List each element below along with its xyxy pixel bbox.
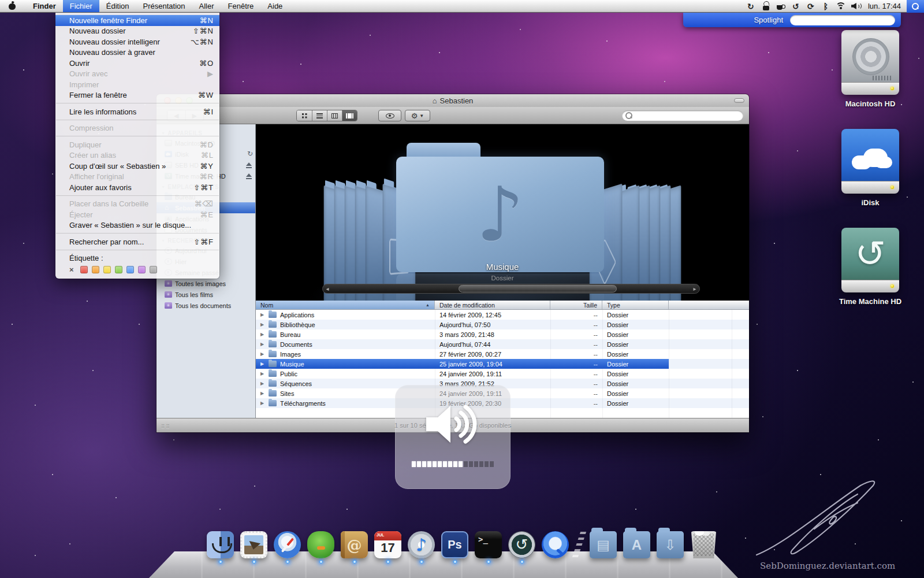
dock-app[interactable]: [408, 531, 435, 558]
sidebar-accessory-icon[interactable]: [245, 205, 253, 212]
desktop-drive-icon[interactable]: Time Machine HD: [839, 228, 901, 306]
dock-app-icon[interactable]: [508, 531, 535, 558]
menu-item[interactable]: Lire les informations ⌘I: [55, 106, 219, 117]
sidebar-accessory-icon[interactable]: [245, 140, 253, 147]
label-color-swatch[interactable]: [80, 266, 88, 273]
coverflow-view-icon[interactable]: [342, 110, 357, 121]
menubar-menu[interactable]: Présentation: [136, 0, 192, 12]
action-gear-icon[interactable]: ⚙▼: [405, 110, 430, 121]
file-row[interactable]: ▶ Musique 25 janvier 2009, 19:04 -- Doss…: [256, 359, 669, 369]
disclosure-triangle-icon[interactable]: ▶: [259, 322, 265, 327]
label-color-swatch[interactable]: [103, 266, 111, 273]
label-none-button[interactable]: ×: [69, 265, 76, 274]
sidebar-item[interactable]: Tous les documents: [157, 300, 255, 311]
dock-app[interactable]: [207, 531, 234, 558]
dock-app-icon[interactable]: [475, 531, 502, 558]
sidebar-accessory-icon[interactable]: [245, 194, 253, 201]
file-row[interactable]: ▶ Public 24 janvier 2009, 19:11 -- Dossi…: [256, 369, 669, 379]
icon-view-icon[interactable]: [297, 110, 312, 121]
dock-app-icon[interactable]: [274, 531, 301, 558]
menubar-clock[interactable]: lun. 17:44: [868, 2, 901, 10]
menubar-menu[interactable]: Fenêtre: [221, 0, 261, 12]
dock-app[interactable]: [240, 531, 267, 558]
disclosure-triangle-icon[interactable]: ▶: [259, 332, 265, 337]
sidebar-accessory-icon[interactable]: [245, 302, 253, 309]
spotlight-input[interactable]: [790, 15, 895, 25]
label-color-swatch[interactable]: [138, 266, 146, 273]
disclosure-triangle-icon[interactable]: ▶: [259, 312, 265, 317]
menubar-menu[interactable]: Édition: [99, 0, 136, 12]
menubar-menu[interactable]: Finder: [26, 0, 63, 12]
dock-app[interactable]: [623, 531, 650, 558]
sidebar-accessory-icon[interactable]: [245, 258, 253, 265]
menu-item[interactable]: Fermer la fenêtre ⌘W: [55, 90, 219, 101]
dock-app[interactable]: [590, 531, 617, 558]
pane-resize-grip[interactable]: ≡: [497, 298, 501, 301]
coffee-icon[interactable]: [775, 1, 787, 11]
sidebar-accessory-icon[interactable]: [245, 291, 253, 298]
sync-icon[interactable]: [805, 1, 817, 11]
menubar-menu[interactable]: Fichier: [63, 0, 99, 12]
sidebar-accessory-icon[interactable]: [245, 247, 253, 254]
sidebar-accessory-icon[interactable]: [245, 162, 253, 169]
label-color-swatch[interactable]: [115, 266, 122, 273]
time-machine-icon[interactable]: [790, 1, 802, 11]
dock-app-icon[interactable]: [408, 531, 435, 558]
label-color-swatch[interactable]: [150, 266, 157, 273]
menubar-menu[interactable]: Aller: [192, 0, 221, 12]
column-header-date[interactable]: Date de modification: [435, 301, 550, 309]
dock-app[interactable]: [690, 531, 717, 558]
window-search-field[interactable]: [622, 110, 743, 121]
sidebar-accessory-icon[interactable]: [245, 216, 253, 223]
menu-item[interactable]: Nouveau dossier intelligenr ⌥⌘N: [55, 36, 219, 47]
spotlight-menu-icon[interactable]: [907, 0, 924, 13]
dock-app-icon[interactable]: [441, 531, 468, 558]
quicklook-eye-icon[interactable]: [378, 110, 401, 121]
sidebar-accessory-icon[interactable]: [245, 269, 253, 276]
file-row[interactable]: ▶ Images 27 février 2009, 00:27 -- Dossi…: [256, 349, 669, 359]
dock-app[interactable]: [657, 531, 684, 558]
dock-app[interactable]: [441, 531, 468, 558]
disclosure-triangle-icon[interactable]: ▶: [259, 391, 265, 396]
dock-app[interactable]: [508, 531, 535, 558]
dock-app[interactable]: [274, 531, 301, 558]
window-titlebar[interactable]: ⌂ Sebastien: [157, 94, 749, 107]
disclosure-triangle-icon[interactable]: ▶: [259, 351, 265, 357]
file-row[interactable]: ▶ Bureau 3 mars 2009, 21:48 -- Dossier: [256, 329, 669, 339]
label-color-swatch[interactable]: [92, 266, 99, 273]
bluetooth-icon[interactable]: [820, 1, 832, 11]
sidebar-accessory-icon[interactable]: [245, 280, 253, 287]
menu-item[interactable]: Créer un alias ⌘L: [55, 150, 219, 161]
dock-app[interactable]: [542, 531, 569, 558]
file-row[interactable]: ▶ Applications 14 février 2009, 12:45 --…: [256, 310, 669, 320]
coverflow-scrollbar[interactable]: ◂ ▸: [322, 284, 700, 294]
dock-app[interactable]: [341, 531, 368, 558]
scroll-left-icon[interactable]: ◂: [323, 286, 332, 292]
sidebar-item[interactable]: Toutes les images: [157, 278, 255, 289]
list-view-icon[interactable]: [312, 110, 327, 121]
menu-item[interactable]: Dupliquer ⌘D: [55, 139, 219, 150]
dock-app[interactable]: [374, 531, 401, 558]
menu-item[interactable]: Étiquette :: [55, 253, 219, 264]
disclosure-triangle-icon[interactable]: ▶: [259, 371, 265, 376]
dock-app[interactable]: [475, 531, 502, 558]
volume-icon[interactable]: [850, 1, 862, 11]
dock-app-icon[interactable]: [623, 531, 650, 558]
dock-app-icon[interactable]: [374, 531, 401, 558]
label-color-swatch[interactable]: [126, 266, 134, 273]
sidebar-accessory-icon[interactable]: [245, 151, 253, 158]
toolbar-toggle-capsule[interactable]: [734, 98, 744, 103]
menubar-menu[interactable]: Aide: [260, 0, 289, 12]
apple-logo-icon[interactable]: [8, 2, 17, 10]
sidebar-item[interactable]: Tous les films: [157, 289, 255, 300]
scroll-right-icon[interactable]: ▸: [690, 286, 699, 292]
sidebar-accessory-icon[interactable]: [245, 227, 253, 234]
menu-item[interactable]: Afficher l'original ⌘R: [55, 172, 219, 183]
dock-app-icon[interactable]: [590, 531, 617, 558]
file-row[interactable]: ▶ Documents Aujourd'hui, 07:44 -- Dossie…: [256, 339, 669, 349]
disclosure-triangle-icon[interactable]: ▶: [259, 342, 265, 347]
dock-app-icon[interactable]: [207, 531, 234, 558]
desktop-drive-icon[interactable]: iDisk: [841, 129, 899, 207]
column-view-icon[interactable]: [327, 110, 342, 121]
coverflow-scroll-thumb[interactable]: [459, 285, 617, 292]
